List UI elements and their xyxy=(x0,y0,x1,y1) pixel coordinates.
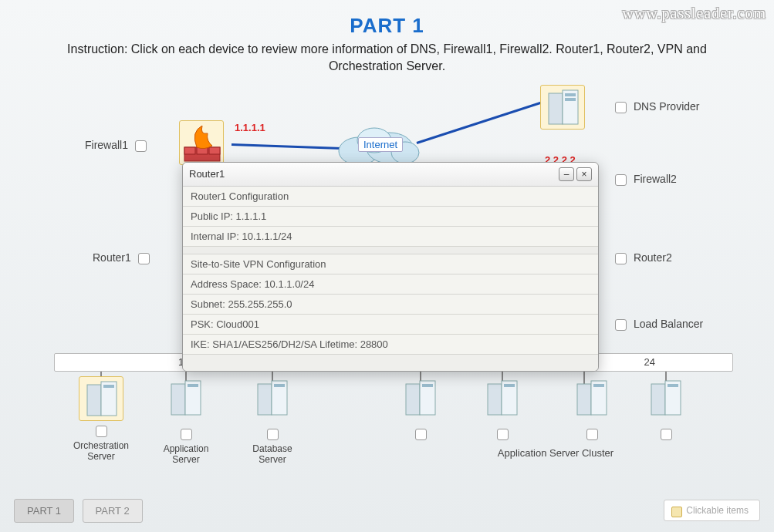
load-balancer-label: Load Balancer xyxy=(611,318,703,331)
dialog-footer xyxy=(183,354,598,371)
server-icon xyxy=(541,86,586,130)
firewall1-checkbox[interactable] xyxy=(135,140,147,152)
dialog-row: IKE: SHA1/AES256/DH2/SA Lifetime: 28800 xyxy=(183,335,598,354)
firewall1-device[interactable] xyxy=(179,120,224,165)
orchestration-label: Orchestration Server xyxy=(66,440,136,463)
svg-rect-10 xyxy=(565,93,576,96)
router1-label: Router1 xyxy=(93,251,154,264)
cluster-group-label: Application Server Cluster xyxy=(455,446,656,460)
svg-rect-3 xyxy=(209,147,220,154)
cluster4-checkbox[interactable] xyxy=(661,429,672,440)
router1-text: Router1 xyxy=(93,251,131,264)
cluster1-checkbox[interactable] xyxy=(415,429,427,440)
svg-rect-24 xyxy=(488,384,502,415)
dialog-row: Router1 Configuration xyxy=(183,187,598,207)
link-internet-dns xyxy=(417,101,542,143)
dialog-row: Public IP: 1.1.1.1 xyxy=(183,207,598,227)
internet-label: Internet xyxy=(358,137,403,152)
link-firewall1-internet xyxy=(232,143,347,150)
cluster-label-text: Application Server Cluster xyxy=(498,447,613,459)
svg-rect-12 xyxy=(87,385,101,416)
database-server-device[interactable] xyxy=(250,376,295,424)
cluster2-device[interactable] xyxy=(480,376,525,424)
load-balancer-checkbox[interactable] xyxy=(615,319,627,331)
svg-rect-17 xyxy=(188,384,198,387)
svg-rect-18 xyxy=(258,384,272,415)
database-label: Database Server xyxy=(238,443,307,466)
router2-label: Router2 xyxy=(611,251,672,264)
server-icon xyxy=(164,376,208,421)
cluster2-checkbox[interactable] xyxy=(497,429,509,440)
dialog-title: Router1 xyxy=(189,168,556,180)
router1-checkbox[interactable] xyxy=(138,253,150,264)
firewall2-label: Firewall2 xyxy=(611,173,677,186)
instruction-text: Instruction: Click on each device to rev… xyxy=(0,41,774,76)
dns-checkbox[interactable] xyxy=(615,102,627,113)
minimize-button[interactable]: – xyxy=(559,167,574,181)
cluster-server-1 xyxy=(386,376,455,443)
svg-rect-14 xyxy=(103,385,114,388)
dialog-gap xyxy=(183,247,598,254)
application-checkbox[interactable] xyxy=(181,429,192,440)
database-checkbox[interactable] xyxy=(267,429,279,440)
firewall1-text: Firewall1 xyxy=(85,139,128,151)
close-button[interactable]: × xyxy=(576,167,592,181)
internet-cloud: Internet xyxy=(332,122,424,168)
dns-device[interactable] xyxy=(540,85,585,130)
watermark: www.passleader.com xyxy=(622,5,766,22)
svg-rect-8 xyxy=(549,93,563,124)
firewall-icon xyxy=(183,124,221,163)
svg-rect-32 xyxy=(668,384,678,387)
firewall1-ip: 1.1.1.1 xyxy=(235,122,265,133)
application-server-item: Application Server xyxy=(151,376,221,466)
firewall1-label: Firewall1 xyxy=(85,139,150,152)
cluster1-device[interactable] xyxy=(398,376,443,424)
cluster-server-3 xyxy=(549,376,634,443)
svg-rect-15 xyxy=(171,384,185,415)
server-icon xyxy=(398,376,443,421)
cluster4-device[interactable] xyxy=(644,376,688,424)
orchestration-server-item: Orchestration Server xyxy=(66,376,136,463)
firewall2-checkbox[interactable] xyxy=(615,174,627,186)
dialog-row: Internal IP: 10.1.1.1/24 xyxy=(183,227,598,247)
server-icon xyxy=(79,377,124,422)
svg-rect-30 xyxy=(651,384,665,415)
svg-rect-27 xyxy=(577,384,591,415)
cluster-server-2 xyxy=(468,376,537,443)
clickable-items-legend: Clickable items xyxy=(664,500,760,521)
cluster3-device[interactable] xyxy=(570,376,614,424)
firewall2-text: Firewall2 xyxy=(634,173,677,185)
dialog-titlebar[interactable]: Router1 – × xyxy=(183,163,598,187)
topology-canvas: Firewall1 1.1.1.1 Internet xyxy=(0,76,774,507)
svg-rect-23 xyxy=(422,384,433,387)
server-icon xyxy=(570,376,614,421)
svg-rect-1 xyxy=(184,147,195,154)
part1-button[interactable]: PART 1 xyxy=(14,499,74,523)
svg-rect-21 xyxy=(406,384,420,415)
footer-buttons: PART 1 PART 2 xyxy=(14,499,147,523)
server-icon xyxy=(644,376,688,421)
server-icon xyxy=(480,376,525,421)
application-label: Application Server xyxy=(151,443,221,466)
subnet-right: 24 xyxy=(644,356,655,368)
orchestration-server-device[interactable] xyxy=(79,376,123,421)
load-balancer-text: Load Balancer xyxy=(634,318,703,330)
orchestration-checkbox[interactable] xyxy=(96,426,107,437)
svg-rect-29 xyxy=(593,384,604,387)
router2-text: Router2 xyxy=(634,251,672,264)
router2-checkbox[interactable] xyxy=(615,253,627,264)
part2-button[interactable]: PART 2 xyxy=(83,499,143,523)
cluster-server-4 xyxy=(631,376,701,443)
dialog-row: Site-to-Site VPN Configuration xyxy=(183,254,598,274)
dns-provider-label: DNS Provider xyxy=(611,100,699,113)
svg-rect-20 xyxy=(274,384,285,387)
svg-rect-11 xyxy=(565,98,576,101)
svg-rect-26 xyxy=(504,384,515,387)
dns-text: DNS Provider xyxy=(634,100,700,113)
dialog-row: Subnet: 255.255.255.0 xyxy=(183,295,598,315)
dialog-row: Address Space: 10.1.1.0/24 xyxy=(183,274,598,295)
cluster3-checkbox[interactable] xyxy=(586,429,598,440)
server-icon xyxy=(250,376,295,421)
application-server-device[interactable] xyxy=(164,376,208,424)
dialog-row: PSK: Cloud001 xyxy=(183,315,598,335)
